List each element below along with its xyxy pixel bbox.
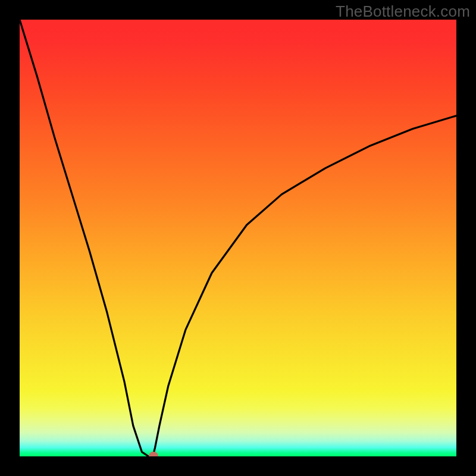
attribution-watermark: TheBottleneck.com bbox=[336, 2, 470, 21]
plot-area bbox=[20, 20, 456, 456]
chart-frame: TheBottleneck.com bbox=[0, 0, 476, 476]
bottleneck-curve-path bbox=[20, 20, 456, 456]
bottleneck-curve-svg bbox=[20, 20, 456, 456]
